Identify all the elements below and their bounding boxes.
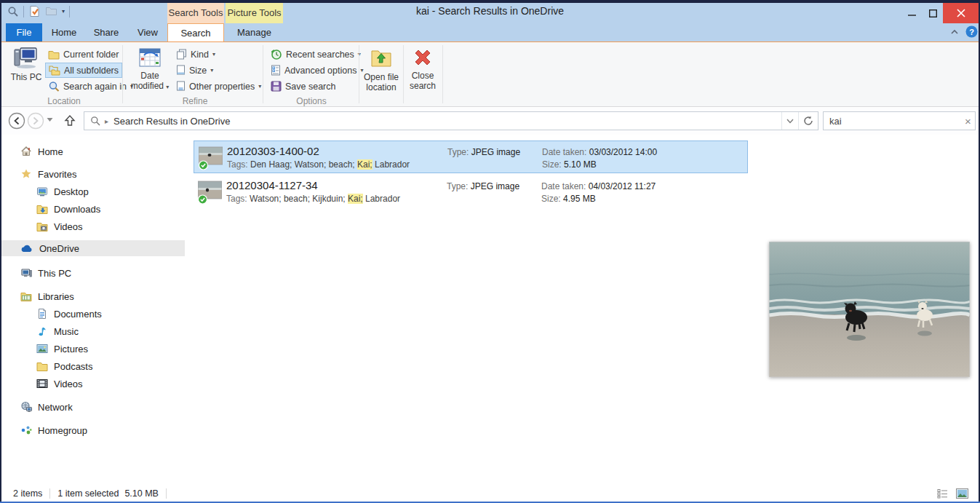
videos-folder-icon	[36, 221, 48, 232]
address-search-icon	[84, 116, 105, 126]
desktop-icon	[36, 186, 48, 197]
sidebar-item-onedrive[interactable]: OneDrive	[1, 240, 185, 256]
file-row[interactable]: 20120304-1127-34 Tags: Watson; beach; Ki…	[194, 175, 748, 208]
file-size: Size: 4.95 MB	[541, 194, 596, 204]
window-top-border	[0, 0, 980, 3]
sidebar-item-this-pc[interactable]: This PC	[1, 265, 185, 281]
help-icon[interactable]: ?	[965, 25, 978, 38]
file-date-taken: Date taken: 04/03/2012 11:27	[541, 181, 656, 191]
sidebar-item-videos-library[interactable]: Videos	[1, 376, 185, 392]
advanced-options-button[interactable]: Advanced options ▾	[268, 63, 366, 78]
save-search-label: Save search	[285, 82, 335, 92]
sidebar-label: Videos	[54, 221, 83, 232]
minimize-button[interactable]	[901, 3, 923, 23]
address-bar[interactable]: ▸ Search Results in OneDrive	[84, 111, 818, 130]
refresh-icon[interactable]	[798, 112, 818, 130]
back-button[interactable]	[8, 112, 25, 130]
close-button[interactable]	[943, 3, 979, 23]
sidebar-item-pictures[interactable]: Pictures	[1, 341, 185, 357]
dropdown-icon: ▾	[212, 51, 215, 58]
advanced-options-label: Advanced options	[284, 66, 356, 76]
sidebar-item-homegroup[interactable]: Homegroup	[1, 422, 185, 438]
other-properties-icon	[176, 81, 186, 92]
film-icon	[36, 379, 48, 389]
refine-group-label: Refine	[128, 96, 262, 106]
all-subfolders-button[interactable]: All subfolders	[45, 63, 122, 78]
sidebar-label: Pictures	[54, 344, 88, 355]
picture-tools-contextual-tab[interactable]: Picture Tools	[226, 3, 283, 23]
kind-label: Kind	[191, 49, 209, 60]
sidebar-item-downloads[interactable]: Downloads	[1, 201, 185, 217]
file-type: Type: JPEG image	[447, 147, 520, 157]
search-input[interactable]	[824, 116, 957, 127]
breadcrumb-arrow-icon[interactable]: ▸	[105, 117, 113, 125]
up-button[interactable]	[64, 114, 76, 127]
address-bar-row: ▸ Search Results in OneDrive ×	[0, 108, 980, 135]
forward-button[interactable]	[27, 112, 44, 130]
sidebar-item-music[interactable]: Music	[1, 323, 185, 339]
sidebar-item-desktop[interactable]: Desktop	[1, 183, 185, 199]
explorer-window: ▾ kai - Search Results in OneDrive Searc…	[0, 0, 980, 503]
other-properties-button[interactable]: Other properties ▾	[173, 79, 264, 94]
size-icon	[176, 65, 186, 76]
clear-search-icon[interactable]: ×	[957, 115, 979, 127]
address-dropdown-icon[interactable]	[781, 112, 798, 130]
close-search-button[interactable]: Close search	[405, 44, 441, 104]
this-pc-button[interactable]: This PC	[6, 44, 47, 104]
sidebar-item-podcasts[interactable]: Podcasts	[1, 358, 185, 374]
folder-icon	[48, 49, 60, 60]
this-pc-icon	[20, 267, 32, 279]
sidebar-item-videos-favorite[interactable]: Videos	[1, 218, 185, 234]
sidebar-item-libraries[interactable]: Libraries	[1, 288, 185, 304]
tab-share[interactable]: Share	[89, 23, 124, 41]
status-bar: 2 items 1 item selected 5.10 MB	[1, 486, 979, 502]
tab-file[interactable]: File	[6, 23, 42, 41]
tab-search[interactable]: Search	[167, 23, 224, 41]
file-size: Size: 5.10 MB	[542, 159, 597, 170]
sidebar-label: Home	[38, 146, 63, 157]
large-icons-view-icon[interactable]	[956, 488, 968, 499]
kind-button[interactable]: Kind ▾	[173, 47, 218, 62]
save-search-icon	[271, 81, 282, 92]
breadcrumb-path[interactable]: Search Results in OneDrive	[113, 116, 781, 127]
recent-locations-dropdown-icon[interactable]	[47, 117, 53, 122]
group-separator	[359, 45, 359, 103]
file-tags: Tags: Watson; beach; Kijkduin; Kai; Labr…	[226, 194, 400, 204]
open-file-location-label: Open file location	[361, 72, 402, 92]
size-button[interactable]: Size ▾	[173, 63, 216, 78]
collapse-ribbon-icon[interactable]	[949, 27, 960, 37]
tab-home[interactable]: Home	[47, 23, 81, 41]
sidebar-label: OneDrive	[39, 243, 79, 254]
maximize-button[interactable]	[923, 3, 943, 23]
sidebar-item-favorites[interactable]: Favorites	[1, 166, 185, 182]
recent-searches-button[interactable]: Recent searches ▾	[268, 47, 364, 62]
sidebar-item-network[interactable]: Network	[1, 399, 185, 415]
tab-manage[interactable]: Manage	[226, 23, 283, 41]
star-icon	[20, 168, 32, 180]
file-type: Type: JPEG image	[447, 181, 519, 191]
file-name: 20120303-1400-02	[227, 145, 319, 157]
details-view-icon[interactable]	[937, 488, 949, 499]
tags-label: Tags:	[227, 159, 248, 170]
title-bar: ▾ kai - Search Results in OneDrive Searc…	[0, 0, 980, 23]
save-search-button[interactable]: Save search	[268, 79, 338, 94]
sidebar-label: Libraries	[38, 291, 74, 302]
sidebar-label: Videos	[54, 379, 83, 389]
search-again-icon	[48, 81, 60, 92]
onedrive-cloud-icon	[20, 244, 33, 253]
date-modified-button[interactable]: Date modified ▾	[128, 44, 172, 104]
all-subfolders-label: All subfolders	[64, 66, 119, 76]
close-search-label: Close search	[405, 71, 441, 91]
homegroup-icon	[20, 424, 32, 436]
current-folder-button[interactable]: Current folder	[45, 47, 121, 62]
open-file-location-button[interactable]: Open file location	[361, 44, 402, 104]
tab-view[interactable]: View	[131, 23, 164, 41]
search-again-in-label: Search again in	[63, 82, 127, 92]
documents-icon	[36, 308, 48, 320]
sidebar-item-home[interactable]: Home	[1, 143, 185, 159]
recent-searches-icon	[271, 49, 282, 60]
file-thumbnail	[199, 144, 223, 170]
file-row-selected[interactable]: 20120303-1400-02 Tags: Den Haag; Watson;…	[194, 140, 748, 173]
search-tools-contextual-tab[interactable]: Search Tools	[167, 3, 224, 23]
sidebar-item-documents[interactable]: Documents	[1, 306, 185, 322]
